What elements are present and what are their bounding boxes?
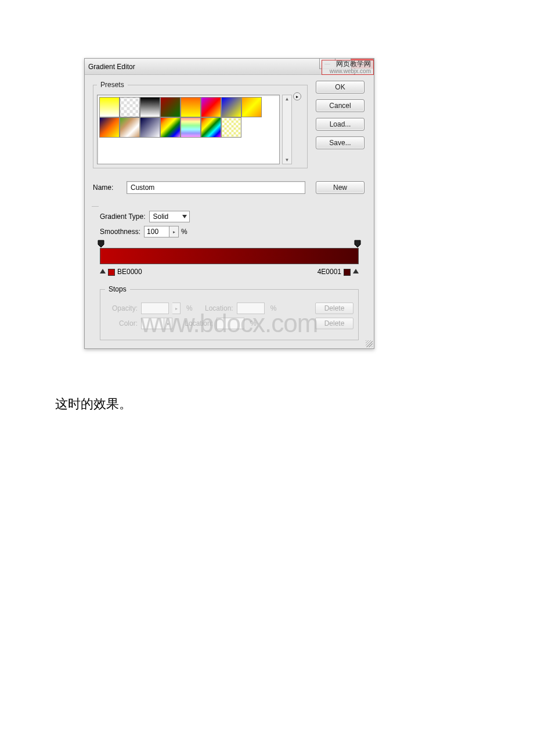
preset-swatch[interactable] (99, 117, 120, 138)
chevron-down-icon (182, 215, 187, 218)
scroll-up-icon[interactable]: ▲ (285, 96, 290, 102)
delete-color-stop-button: Delete (315, 318, 353, 329)
opacity-stop-row: Opacity: ▸ % Location: % Delete (105, 303, 353, 314)
presets-legend: Presets (97, 81, 128, 89)
smoothness-input[interactable] (144, 226, 169, 237)
color-stop-icon (100, 269, 106, 273)
ok-button[interactable]: OK (316, 81, 365, 93)
preset-swatch[interactable] (120, 117, 140, 138)
preset-swatch[interactable] (201, 97, 221, 117)
preset-swatch[interactable] (241, 97, 262, 117)
delete-opacity-stop-button: Delete (315, 303, 353, 314)
gradient-type-select[interactable]: Solid (149, 211, 190, 222)
load-button[interactable]: Load... (316, 118, 365, 131)
left-stop-label: BE0000 (100, 268, 142, 276)
preset-swatch[interactable] (221, 97, 241, 117)
opacity-stop-left[interactable] (98, 240, 104, 247)
left-color-chip[interactable] (108, 269, 115, 276)
scroll-down-icon[interactable]: ▼ (285, 157, 290, 163)
preset-swatch[interactable] (140, 97, 160, 117)
opacity-stepper: ▸ (172, 303, 181, 314)
caption-text: 这时的效果。 (55, 395, 534, 413)
gradient-type-label: Gradient Type: (100, 213, 146, 221)
preset-swatch[interactable] (160, 117, 181, 138)
right-color-chip[interactable] (344, 269, 351, 276)
opacity-label: Opacity: (105, 304, 138, 312)
new-button[interactable]: New (316, 181, 365, 194)
preset-swatch[interactable] (221, 117, 241, 138)
gradient-bar-area: BE0000 4E0001 (100, 241, 359, 276)
gradient-preview-bar[interactable] (100, 248, 359, 264)
color-stop-icon (353, 269, 359, 273)
preset-swatch[interactable] (181, 117, 201, 138)
color-picker-arrow: ▸ (164, 318, 172, 329)
gradient-editor-dialog: Gradient Editor — ▢ ✕ 网页教学网 www.webjx.co… (84, 58, 374, 349)
name-input[interactable] (127, 181, 305, 194)
color-label: Color: (105, 319, 138, 327)
smoothness-label: Smoothness: (100, 228, 140, 236)
stops-group: Stops Opacity: ▸ % Location: % Delete Co… (100, 285, 359, 340)
color-stop-row: Color: ▸ Location: % Delete (105, 318, 353, 329)
presets-group: Presets ▸ (93, 81, 308, 168)
color-field (141, 318, 164, 329)
preset-swatch[interactable] (120, 97, 140, 117)
svg-marker-0 (98, 240, 104, 247)
opacity-field (141, 303, 169, 314)
preset-swatch[interactable] (140, 117, 160, 138)
preset-swatch[interactable] (99, 97, 120, 117)
opacity-location-label: Location: (201, 304, 233, 312)
window-title: Gradient Editor (88, 63, 135, 71)
presets-menu-icon[interactable]: ▸ (293, 92, 301, 100)
preset-swatch[interactable] (160, 97, 181, 117)
color-location-label: Location: (181, 319, 213, 327)
color-location-field (217, 318, 244, 329)
resize-grip-icon[interactable] (366, 340, 373, 347)
stops-legend: Stops (105, 285, 130, 293)
presets-grid[interactable] (97, 95, 280, 164)
opacity-location-field (237, 303, 265, 314)
preset-swatch[interactable] (181, 97, 201, 117)
smoothness-stepper[interactable]: ▸ (169, 226, 179, 237)
svg-marker-1 (355, 240, 360, 247)
source-watermark: 网页教学网 www.webjx.com (322, 60, 374, 75)
save-button[interactable]: Save... (316, 136, 365, 149)
presets-scrollbar[interactable]: ▲ ▼ (282, 95, 292, 164)
percent-label: % (181, 228, 187, 236)
name-label: Name: (93, 183, 127, 192)
cancel-button[interactable]: Cancel (316, 99, 365, 112)
right-stop-label: 4E0001 (317, 268, 359, 276)
opacity-stop-right[interactable] (354, 240, 361, 247)
preset-swatch[interactable] (201, 117, 221, 138)
